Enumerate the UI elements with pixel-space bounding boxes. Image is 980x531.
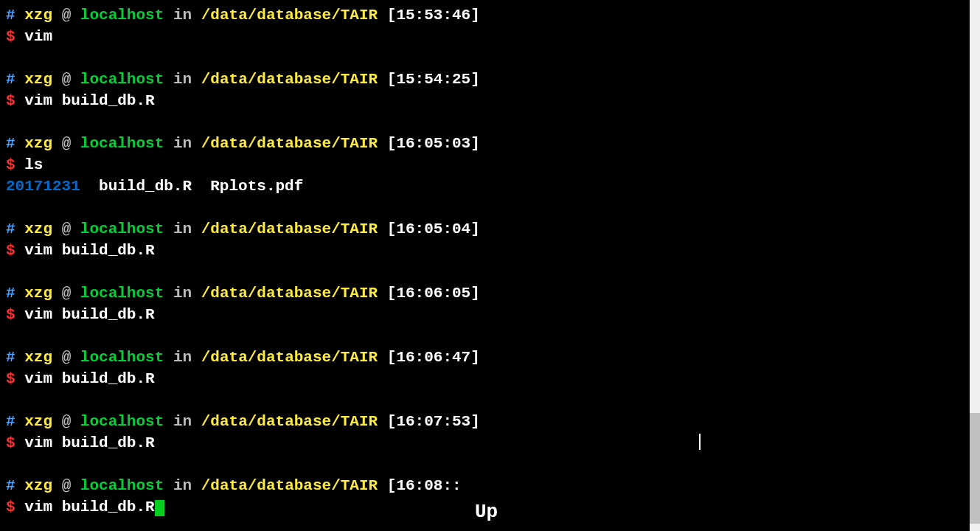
prompt-time: [16:05:04] [387,221,480,237]
command-text: vim [24,28,52,45]
terminal-block: # xzg @ localhost in /data/database/TAIR… [6,218,974,261]
prompt-line: # xzg @ localhost in /data/database/TAIR… [6,69,974,90]
terminal-block: # xzg @ localhost in /data/database/TAIR… [6,69,974,111]
prompt-at: @ [62,477,72,494]
terminal-block: # xzg @ localhost in /data/database/TAIR… [6,133,974,197]
text-caret-icon [699,434,701,450]
command-text: vim build_db.R [24,434,154,451]
command-text: vim build_db.R [24,370,154,387]
prompt-path: /data/database/TAIR [201,7,378,24]
prompt-dollar: $ [6,306,15,323]
prompt-dollar: $ [6,434,15,451]
prompt-user: xzg [24,71,52,88]
prompt-path: /data/database/TAIR [201,285,378,302]
command-line: $ vim build_db.R [6,432,974,454]
cursor-icon [155,500,164,516]
prompt-line: # xzg @ localhost in /data/database/TAIR… [6,218,974,240]
prompt-time: [16:08:: [387,477,462,494]
prompt-path: /data/database/TAIR [201,71,378,88]
command-text: vim build_db.R [24,499,154,516]
command-line: $ vim build_db.R [6,90,974,111]
command-line: $ vim build_db.R [6,368,974,389]
ls-files: build_db.R Rplots.pdf [99,178,303,195]
prompt-line: # xzg @ localhost in /data/database/TAIR… [6,411,974,432]
prompt-host: localhost [80,349,164,366]
prompt-user: xzg [24,477,52,494]
prompt-user: xzg [24,285,52,302]
prompt-hash: # [6,349,15,366]
prompt-user: xzg [24,7,52,24]
prompt-time: [16:07:53] [387,413,480,430]
command-text: vim build_db.R [24,242,154,259]
terminal-block: # xzg @ localhost in /data/database/TAIR… [6,4,974,47]
prompt-dollar: $ [6,499,15,516]
terminal-block: # xzg @ localhost in /data/database/TAIR… [6,282,974,325]
prompt-time: [15:54:25] [387,71,480,88]
prompt-line: # xzg @ localhost in /data/database/TAIR… [6,347,974,368]
prompt-host: localhost [80,221,164,237]
prompt-in: in [173,413,192,430]
prompt-in: in [173,221,192,237]
command-text: vim build_db.R [24,306,154,323]
prompt-hash: # [6,7,15,24]
ls-directory: 20171231 [6,178,80,195]
prompt-dollar: $ [6,92,15,109]
prompt-in: in [173,135,192,152]
command-text: ls [24,156,43,173]
prompt-host: localhost [80,477,164,494]
prompt-line: # xzg @ localhost in /data/database/TAIR… [6,4,974,26]
prompt-line: # xzg @ localhost in /data/database/TAIR… [6,133,974,154]
scrollbar-thumb[interactable] [970,413,980,524]
prompt-path: /data/database/TAIR [201,477,378,494]
prompt-dollar: $ [6,156,15,173]
prompt-host: localhost [80,413,164,430]
prompt-host: localhost [80,71,164,88]
prompt-path: /data/database/TAIR [201,349,378,366]
prompt-at: @ [62,135,72,152]
prompt-at: @ [62,413,72,430]
prompt-path: /data/database/TAIR [201,413,378,430]
prompt-user: xzg [24,413,52,430]
prompt-line: # xzg @ localhost in /data/database/TAIR… [6,475,974,496]
ls-output: 20171231 build_db.R Rplots.pdf [6,176,974,197]
prompt-host: localhost [80,285,164,302]
prompt-hash: # [6,71,15,88]
prompt-hash: # [6,135,15,152]
prompt-in: in [173,71,192,88]
prompt-hash: # [6,221,15,237]
command-line: $ vim build_db.R [6,304,974,325]
prompt-host: localhost [80,7,164,24]
prompt-host: localhost [80,135,164,152]
prompt-time: [15:53:46] [387,7,480,24]
prompt-hash: # [6,413,15,430]
prompt-at: @ [62,221,72,237]
prompt-user: xzg [24,349,52,366]
prompt-in: in [173,7,192,24]
command-text: vim build_db.R [24,92,154,109]
prompt-user: xzg [24,221,52,237]
prompt-dollar: $ [6,28,15,45]
prompt-time: [16:06:47] [387,349,480,366]
prompt-path: /data/database/TAIR [201,135,378,152]
command-line: $ vim [6,26,974,47]
prompt-hash: # [6,285,15,302]
prompt-time: [16:05:03] [387,135,480,152]
prompt-dollar: $ [6,370,15,387]
terminal-block: # xzg @ localhost in /data/database/TAIR… [6,347,974,389]
prompt-at: @ [62,7,72,24]
prompt-line: # xzg @ localhost in /data/database/TAIR… [6,282,974,304]
prompt-at: @ [62,285,72,302]
prompt-dollar: $ [6,242,15,259]
prompt-in: in [173,349,192,366]
prompt-hash: # [6,477,15,494]
prompt-at: @ [62,71,72,88]
terminal-block: # xzg @ localhost in /data/database/TAIR… [6,411,974,454]
command-line: $ ls [6,154,974,176]
prompt-in: in [173,477,192,494]
prompt-path: /data/database/TAIR [201,221,378,237]
prompt-at: @ [62,349,72,366]
command-line: $ vim build_db.R [6,240,974,261]
prompt-in: in [173,285,192,302]
prompt-time: [16:06:05] [387,285,480,302]
key-indicator: Up [475,502,498,523]
